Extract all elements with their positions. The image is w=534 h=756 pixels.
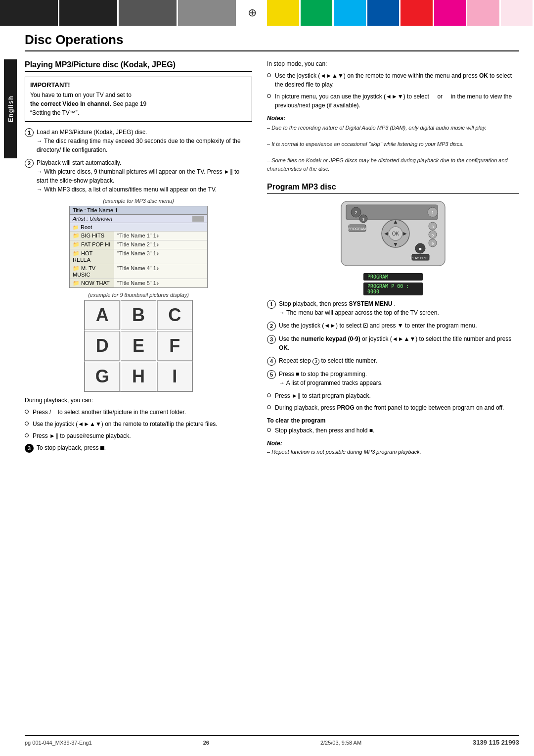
mp3-title-1: "Title Name 1" 1♪ xyxy=(114,232,207,240)
svg-text:1: 1 xyxy=(431,210,434,215)
yellow-bar xyxy=(267,0,299,26)
mp3-folder-4: 📁 M. TV MUSIC xyxy=(70,264,114,279)
bullet-press-skip: Press / to select another title/picture … xyxy=(25,408,252,417)
svg-text:9: 9 xyxy=(432,241,434,246)
stop-bullet-icon-2 xyxy=(267,94,271,98)
important-line2bold: the correct Video In channel. xyxy=(30,100,111,107)
prog-step-4: 4 Repeat step 3 to select title number. xyxy=(267,356,519,366)
stop-bullet-icon-1 xyxy=(267,73,271,77)
prog-bullet-text-2: During playback, press PROG on the front… xyxy=(275,403,519,412)
notes-section: Notes: – Due to the recording nature of … xyxy=(267,115,519,173)
svg-text:2: 2 xyxy=(355,210,357,215)
black-block-1 xyxy=(0,0,58,26)
bullet-text-2: Use the joystick (◄►▲▼) on the remote to… xyxy=(33,420,252,428)
prog-bullet-start: Press ►‖ to start program playback. xyxy=(267,391,519,400)
black-block-3 xyxy=(119,0,177,26)
important-box: IMPORTANT! You have to turn on your TV a… xyxy=(25,77,252,122)
prog-step-5-text: Press ■ to stop the programming. → A lis… xyxy=(279,370,519,387)
stop-bullet-text-2: In picture menu, you can use the joystic… xyxy=(275,92,519,110)
step-2-num: 2 xyxy=(25,159,34,168)
prog-step-2-num: 2 xyxy=(267,322,276,331)
mp3-header-artist: Artist : Unknown xyxy=(70,215,207,223)
thumb-f: F xyxy=(157,331,192,361)
footer-date: 2/25/03, 9:58 AM xyxy=(320,740,361,746)
mp3-title-5: "Title Name 5" 1♪ xyxy=(114,279,207,287)
during-playback-text: During playback, you can: xyxy=(25,397,252,404)
mp3-title-4: "Title Name 4" 1♪ xyxy=(114,264,207,279)
notes-title: Notes: xyxy=(267,115,519,122)
sidebar-language: English xyxy=(4,59,17,158)
red-bar xyxy=(400,0,433,26)
prog-bullet-text-1: Press ►‖ to start program playback. xyxy=(275,391,519,400)
color-blocks xyxy=(267,0,534,26)
green-bar xyxy=(301,0,333,26)
black-block-2 xyxy=(59,0,117,26)
prog-step-4-text: Repeat step 3 to select title number. xyxy=(279,356,519,365)
remote-svg: 1 3 6 9 OK ▲ ▼ ◄ xyxy=(336,199,450,268)
mp3-root-row: 📁 Root xyxy=(70,223,207,232)
thumbnail-grid: A B C D E F G H I xyxy=(84,300,193,392)
mp3-row-3: 📁 HOT RELEA "Title Name 3" 1♪ xyxy=(70,249,207,264)
prog-step-2: 2 Use the joystick (◄►) to select ⊡ and … xyxy=(267,321,519,331)
footer-page-center: 26 xyxy=(203,740,209,746)
to-clear-bullet-icon xyxy=(267,428,271,432)
program-display-1: PROGRAM xyxy=(363,273,423,281)
prog-bullet-toggle: During playback, press PROG on the front… xyxy=(267,403,519,412)
important-line1: You have to turn on your TV and set to xyxy=(30,92,132,98)
left-column: Playing MP3/Picture disc (Kodak, JPEG) I… xyxy=(25,60,252,457)
mp3-row-2: 📁 FAT POP HI "Title Name 2" 1♪ xyxy=(70,240,207,249)
mp3-menu-table: Title : Title Name 1 Artist : Unknown 📁 … xyxy=(69,206,208,288)
important-text: You have to turn on your TV and set to t… xyxy=(30,91,247,117)
bullet-text-1: Press / to select another title/picture … xyxy=(33,408,252,417)
to-clear-bullet: Stop playback, then press and hold ■. xyxy=(267,426,519,435)
thumb-a: A xyxy=(85,300,120,330)
stop-step-num: 3 xyxy=(25,444,34,453)
program-note: Note: – Repeat function is not possible … xyxy=(267,439,519,456)
prog-step-1: 1 Stop playback, then press SYSTEM MENU … xyxy=(267,299,519,317)
stop-bullet-1: Use the joystick (◄►▲▼) on the remote to… xyxy=(267,71,519,89)
main-content: Disc Operations Playing MP3/Picture disc… xyxy=(25,32,519,726)
mp3-folder-1: 📁 BIG HITS xyxy=(70,232,114,240)
notes-text: – Due to the recording nature of Digital… xyxy=(267,124,519,173)
to-clear-title: To clear the program xyxy=(267,417,519,424)
step-2-text: Playback will start automatically. → Wit… xyxy=(37,158,252,194)
svg-text:6: 6 xyxy=(432,233,434,237)
cyan-bar xyxy=(334,0,366,26)
black-block-4 xyxy=(178,0,236,26)
example-mp3-label: (example for MP3 disc menu) xyxy=(25,198,252,204)
mp3-title-3: "Title Name 3" 1♪ xyxy=(114,249,207,264)
important-line3: “Setting the TV™”. xyxy=(30,109,79,116)
svg-text:◄: ◄ xyxy=(383,230,389,237)
bullet-text-3: Press ►‖ to pause/resume playback. xyxy=(33,431,252,440)
bullet-icon-1 xyxy=(25,410,29,414)
mp3-title-2: "Title Name 2" 1♪ xyxy=(114,240,207,249)
svg-text:▲: ▲ xyxy=(393,218,399,225)
two-column-layout: Playing MP3/Picture disc (Kodak, JPEG) I… xyxy=(25,60,519,457)
bullet-icon-3 xyxy=(25,433,29,437)
prog-bullet-icon-1 xyxy=(267,393,271,397)
step-2: 2 Playback will start automatically. → W… xyxy=(25,158,252,194)
thumb-d: D xyxy=(85,331,120,361)
svg-text:3: 3 xyxy=(362,217,365,222)
mp3-row-5: 📁 NOW THAT "Title Name 5" 1♪ xyxy=(70,279,207,287)
stop-bullet-text-1: Use the joystick (◄►▲▼) on the remote to… xyxy=(275,71,519,89)
left-section-heading: Playing MP3/Picture disc (Kodak, JPEG) xyxy=(25,60,252,72)
stop-bullet-2: In picture menu, you can use the joystic… xyxy=(267,92,519,110)
prog-step-2-text: Use the joystick (◄►) to select ⊡ and pr… xyxy=(279,321,519,330)
svg-text:PROGRAM: PROGRAM xyxy=(348,227,366,231)
svg-text:PLAY PROG: PLAY PROG xyxy=(410,256,430,260)
prog-step-3-text: Use the numeric keypad (0-9) or joystick… xyxy=(279,334,519,352)
prog-step-4-num: 4 xyxy=(267,357,276,366)
important-title: IMPORTANT! xyxy=(30,81,247,89)
stop-mode-intro: In stop mode, you can: xyxy=(267,60,519,67)
prog-step-1-text: Stop playback, then press SYSTEM MENU . … xyxy=(279,299,519,317)
crosshair-icon: ⊕ xyxy=(237,0,267,26)
thumb-b: B xyxy=(121,300,156,330)
example-thumb-label: (example for 9 thumbnail pictures displa… xyxy=(25,292,252,298)
mp3-row-1: 📁 BIG HITS "Title Name 1" 1♪ xyxy=(70,232,207,240)
right-column: In stop mode, you can: Use the joystick … xyxy=(267,60,519,457)
step-1-num: 1 xyxy=(25,128,34,137)
top-color-bar: ⊕ xyxy=(0,0,534,26)
sidebar-label-text: English xyxy=(7,95,14,122)
prog-step-3: 3 Use the numeric keypad (0-9) or joysti… xyxy=(267,334,519,352)
